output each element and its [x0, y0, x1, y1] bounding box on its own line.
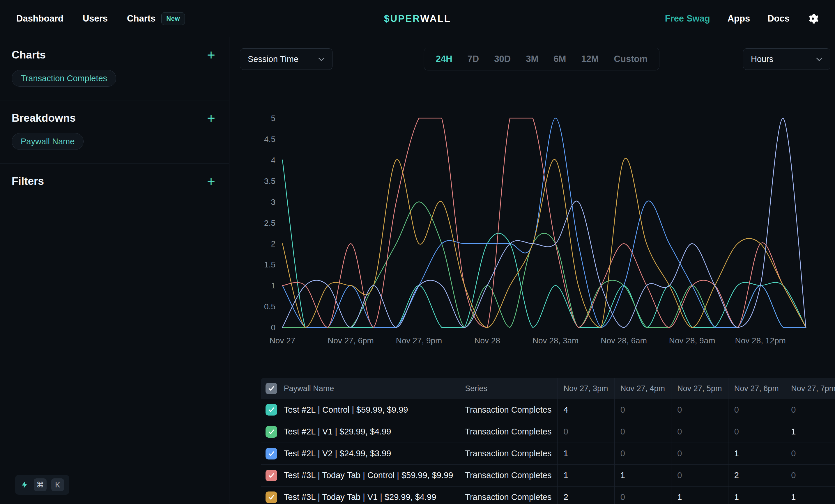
row-checkbox-cell	[261, 421, 278, 443]
value-cell: 2	[728, 464, 785, 486]
breakdown-table-wrap: Paywall NameSeriesNov 27, 3pmNov 27, 4pm…	[261, 378, 835, 504]
value-cell: 1	[671, 486, 728, 504]
range-3m[interactable]: 3M	[518, 54, 546, 64]
sidebar-section-filters: Filters +	[0, 164, 229, 201]
nav-item-users-label: Users	[83, 14, 108, 24]
range-6m[interactable]: 6M	[546, 54, 573, 64]
value-cell: 0	[728, 421, 785, 443]
check-icon	[268, 450, 275, 458]
paywall-name-cell: Test #2L | V2 | $24.99, $3.99	[278, 443, 459, 464]
k-keycap[interactable]: K	[51, 478, 64, 491]
apps-label: Apps	[728, 14, 750, 24]
row-checkbox[interactable]	[266, 470, 277, 481]
row-checkbox[interactable]	[266, 426, 277, 438]
breakdown-pill-paywall-name[interactable]: Paywall Name	[12, 133, 84, 150]
row-checkbox-cell	[261, 464, 278, 486]
value-cell: 4	[557, 399, 614, 421]
sidebar-section-breakdowns: Breakdowns + Paywall Name	[0, 100, 229, 164]
value-cell: 2	[557, 486, 614, 504]
paywall-name-cell: Test #3L | Today Tab | Control | $59.99,…	[278, 464, 459, 486]
x-axis-tick: Nov 28	[474, 336, 500, 345]
nav-item-docs[interactable]: Docs	[768, 14, 790, 24]
check-icon	[268, 472, 275, 479]
nav-item-apps[interactable]: Apps	[728, 14, 750, 24]
chevron-down-icon	[318, 57, 325, 61]
chart-pill-transaction-completes[interactable]: Transaction Completes	[12, 70, 116, 87]
nav-item-users[interactable]: Users	[83, 14, 108, 24]
metric-select[interactable]: Session Time	[240, 48, 332, 70]
nav-item-charts-label: Charts	[127, 14, 156, 24]
value-cell: 0	[785, 464, 835, 486]
row-checkbox-cell	[261, 486, 278, 504]
row-checkbox-cell	[261, 443, 278, 464]
range-24h[interactable]: 24H	[428, 54, 460, 64]
unit-select[interactable]: Hours	[743, 48, 830, 70]
settings-gear-icon[interactable]	[807, 13, 819, 24]
range-30d[interactable]: 30D	[487, 54, 518, 64]
header-select-all-cell	[261, 378, 278, 399]
sidebar: Charts + Transaction Completes Breakdown…	[0, 37, 229, 504]
series-cell: Transaction Completes	[459, 443, 557, 464]
add-chart-button[interactable]: +	[205, 50, 218, 60]
y-axis-tick: 1	[271, 281, 276, 290]
y-axis-tick: 3	[271, 197, 276, 207]
range-custom[interactable]: Custom	[607, 54, 655, 64]
value-cell: 0	[785, 399, 835, 421]
value-cell: 0	[614, 421, 671, 443]
value-cell: 0	[785, 443, 835, 464]
chart-line	[282, 160, 806, 328]
table-row: Test #3L | Today Tab | V1 | $29.99, $4.9…	[261, 486, 835, 504]
chart-line	[282, 118, 806, 328]
table-column-header: Nov 27, 6pm	[728, 378, 785, 399]
filters-section-title: Filters	[12, 175, 44, 187]
nav-left: Dashboard Users Charts New	[16, 12, 185, 25]
docs-label: Docs	[768, 14, 790, 24]
check-icon	[268, 428, 275, 436]
value-cell: 0	[728, 399, 785, 421]
nav-item-free-swag[interactable]: Free Swag	[665, 14, 710, 24]
chart-controls: Session Time 24H 7D 30D 3M 6M 12M Custom…	[229, 37, 835, 81]
nav-item-charts[interactable]: Charts New	[127, 12, 185, 25]
x-axis-tick: Nov 28, 12pm	[735, 336, 786, 345]
row-checkbox[interactable]	[266, 491, 277, 503]
nav-item-dashboard[interactable]: Dashboard	[16, 14, 63, 24]
series-cell: Transaction Completes	[459, 464, 557, 486]
value-cell: 0	[614, 486, 671, 504]
y-axis-tick: 4	[271, 156, 276, 165]
top-nav: Dashboard Users Charts New $UPERWALL Fre…	[0, 0, 835, 37]
value-cell: 0	[671, 464, 728, 486]
y-axis-tick: 1.5	[264, 260, 276, 269]
breakdown-table: Paywall NameSeriesNov 27, 3pmNov 27, 4pm…	[261, 378, 835, 504]
paywall-name-cell: Test #3L | Today Tab | V1 | $29.99, $4.9…	[278, 486, 459, 504]
table-column-header: Series	[459, 378, 557, 399]
chevron-down-icon	[816, 57, 822, 61]
paywall-name-cell: Test #2L | V1 | $29.99, $4.99	[278, 421, 459, 443]
row-checkbox[interactable]	[266, 404, 277, 416]
x-axis-tick: Nov 27	[270, 336, 296, 345]
table-column-header: Nov 27, 7pm	[785, 378, 835, 399]
value-cell: 0	[614, 399, 671, 421]
chart-svg: 00.511.522.533.544.55Nov 27Nov 27, 6pmNo…	[250, 110, 827, 358]
cmd-keycap[interactable]: ⌘	[34, 478, 46, 491]
row-checkbox[interactable]	[266, 448, 277, 460]
main-content: Session Time 24H 7D 30D 3M 6M 12M Custom…	[229, 37, 835, 504]
check-icon	[268, 406, 275, 414]
x-axis-tick: Nov 27, 9pm	[396, 336, 442, 345]
select-all-checkbox[interactable]	[266, 383, 277, 394]
add-breakdown-button[interactable]: +	[205, 113, 218, 123]
command-palette-shortcut[interactable]: ⌘ K	[15, 475, 69, 495]
range-12m[interactable]: 12M	[573, 54, 606, 64]
y-axis-tick: 4.5	[264, 135, 276, 144]
unit-select-value: Hours	[751, 55, 773, 64]
table-row: Test #2L | Control | $59.99, $9.99Transa…	[261, 399, 835, 421]
logo-prefix: $UPER	[384, 13, 420, 24]
y-axis-tick: 2.5	[264, 218, 276, 228]
y-axis-tick: 0	[271, 323, 276, 332]
table-column-header: Nov 27, 5pm	[671, 378, 728, 399]
value-cell: 1	[785, 421, 835, 443]
paywall-name-cell: Test #2L | Control | $59.99, $9.99	[278, 399, 459, 421]
superwall-logo: $UPERWALL	[384, 13, 451, 24]
add-filter-button[interactable]: +	[205, 176, 218, 187]
range-7d[interactable]: 7D	[460, 54, 487, 64]
x-axis-tick: Nov 28, 6am	[600, 336, 647, 345]
